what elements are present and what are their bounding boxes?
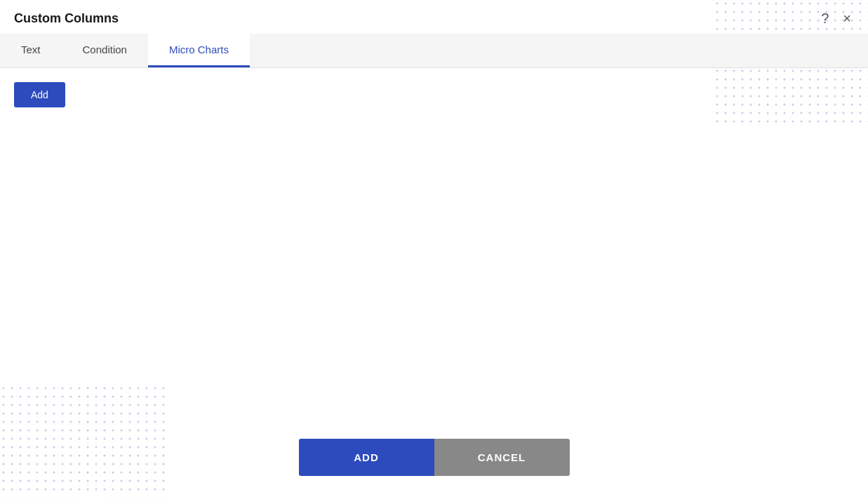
dialog-header: Custom Columns ? × xyxy=(0,0,868,34)
help-button[interactable]: ? xyxy=(818,10,832,27)
footer-cancel-button[interactable]: CANCEL xyxy=(434,439,570,476)
help-icon: ? xyxy=(821,11,829,25)
tab-condition[interactable]: Condition xyxy=(62,34,148,67)
tab-spacer xyxy=(250,34,868,67)
footer-add-button[interactable]: ADD xyxy=(299,439,434,476)
dialog-footer: ADD CANCEL xyxy=(0,425,868,497)
dialog-content: Add xyxy=(0,68,868,121)
tab-micro-charts[interactable]: Micro Charts xyxy=(148,34,250,67)
custom-columns-dialog: Custom Columns ? × Text Condition Micro … xyxy=(0,0,868,497)
close-button[interactable]: × xyxy=(840,10,854,27)
content-add-button[interactable]: Add xyxy=(14,82,65,107)
tab-text[interactable]: Text xyxy=(0,34,62,67)
dialog-title: Custom Columns xyxy=(14,11,119,26)
close-icon: × xyxy=(843,11,851,25)
tabs-container: Text Condition Micro Charts xyxy=(0,34,868,68)
header-actions: ? × xyxy=(818,10,854,27)
